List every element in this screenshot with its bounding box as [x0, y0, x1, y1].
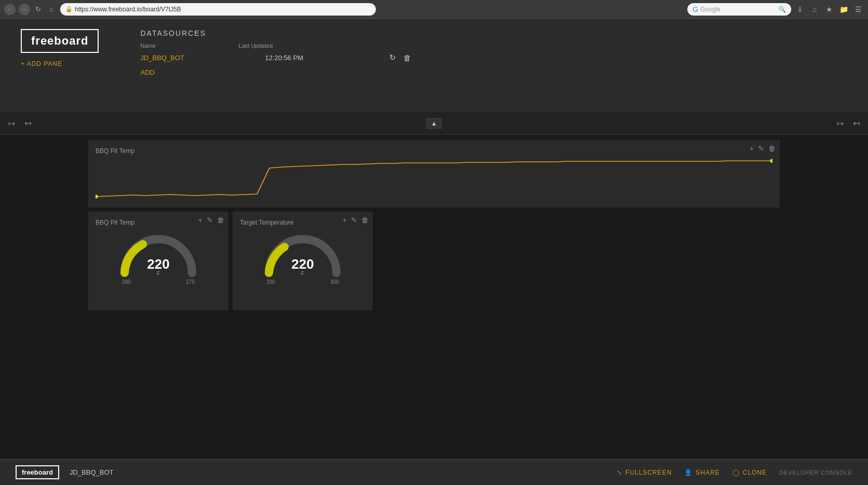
share-icon: 👤	[684, 469, 693, 476]
clone-button[interactable]: ◯ CLONE	[733, 469, 767, 476]
gauge2-svg: 220 F	[261, 231, 344, 278]
chart-widget-actions: + ✎ 🗑	[750, 144, 776, 153]
chart-start-dot	[96, 195, 98, 199]
chart-add-button[interactable]: +	[750, 144, 754, 153]
gauge2-max: 300	[330, 279, 339, 285]
forward-button[interactable]: →	[19, 4, 30, 15]
gauge2-add-button[interactable]: +	[343, 216, 347, 224]
svg-text:F: F	[157, 271, 160, 276]
expand-left-button[interactable]: ↦	[5, 116, 18, 130]
gauge2-container: 220 F 200 300	[240, 231, 365, 285]
datasource-add-button[interactable]: ADD	[140, 68, 847, 76]
toolbar: ↦ ↤ ▲ ↦ ↤	[0, 112, 868, 135]
chart-edit-button[interactable]: ✎	[758, 144, 764, 153]
search-bar[interactable]: G Google 🔍	[687, 3, 791, 16]
home-icon[interactable]: ⌂	[809, 4, 820, 15]
datasources-title: DATASOURCES	[140, 29, 847, 37]
chart-end-dot	[770, 159, 772, 163]
svg-text:220: 220	[147, 256, 169, 272]
gauge1-max: 275	[186, 279, 195, 285]
browser-actions: ⇓ ⌂ ★ 📁 ☰	[794, 4, 864, 15]
svg-text:220: 220	[291, 256, 314, 272]
name-col-header: Name	[140, 43, 155, 49]
fullscreen-label: FULLSCREEN	[626, 469, 672, 476]
expand-left-right-button[interactable]: ↤	[850, 116, 863, 130]
url-bar[interactable]: 🔒 https://www.freeboard.io/board/V7tJ5B	[60, 3, 376, 16]
share-button[interactable]: 👤 SHARE	[684, 469, 720, 476]
clone-icon: ◯	[733, 469, 740, 476]
share-label: SHARE	[696, 469, 720, 476]
datasource-refresh-button[interactable]: ↻	[389, 53, 396, 62]
fullscreen-button[interactable]: ⤡ FULLSCREEN	[617, 469, 672, 476]
expand-right-button[interactable]: ↤	[21, 116, 34, 130]
datasource-row: JD_BBQ_BOT 12:20:56 PM ↻ 🗑	[140, 53, 847, 62]
gauge1-add-button[interactable]: +	[198, 216, 202, 224]
menu-icon[interactable]: ☰	[852, 4, 864, 15]
gauge2-delete-button[interactable]: 🗑	[361, 216, 369, 224]
gauge2-edit-button[interactable]: ✎	[351, 216, 357, 224]
datasource-name[interactable]: JD_BBQ_BOT	[140, 54, 223, 62]
svg-text:F: F	[301, 271, 304, 276]
footer-logo-text: freeboard	[22, 468, 53, 476]
home-button[interactable]: ⌂	[46, 4, 57, 15]
chart-widget-panel: + ✎ 🗑 BBQ Pit Temp	[88, 140, 780, 207]
logo-box: freeboard	[21, 29, 99, 53]
add-pane-button[interactable]: + ADD PANE	[21, 60, 99, 67]
gauge2-scale: 200 300	[266, 279, 339, 285]
gauge1-min: 200	[122, 279, 131, 285]
updated-col-header: Last Updated	[239, 43, 273, 49]
footer-actions: ⤡ FULLSCREEN 👤 SHARE ◯ CLONE DEVELOPER C…	[617, 469, 852, 476]
datasource-actions: ↻ 🗑	[389, 53, 411, 62]
datasources-header: Name Last Updated	[140, 43, 847, 49]
gauge1-scale: 200 275	[122, 279, 195, 285]
chart-area	[96, 158, 772, 204]
briefcase-icon[interactable]: 📁	[838, 4, 849, 15]
chart-widget: BBQ Pit Temp	[88, 140, 780, 207]
star-icon[interactable]: ★	[823, 4, 835, 15]
browser-chrome: ← → ↻ ⌂ 🔒 https://www.freeboard.io/board…	[0, 0, 868, 19]
toolbar-center: ▲	[426, 118, 442, 129]
toolbar-left: ↦ ↤	[5, 116, 34, 130]
dev-console-button[interactable]: DEVELOPER CONSOLE	[779, 469, 852, 476]
gauge2-panel: + ✎ 🗑 Target Temperature 220 F 200 300	[233, 212, 373, 310]
datasource-updated: 12:20:56 PM	[265, 54, 348, 62]
back-button[interactable]: ←	[4, 4, 16, 15]
fullscreen-icon: ⤡	[617, 469, 622, 476]
header-left: freeboard + ADD PANE	[21, 29, 99, 67]
gauge1-svg: 220 F	[117, 231, 200, 278]
collapse-button[interactable]: ▲	[426, 118, 442, 129]
gauge1-delete-button[interactable]: 🗑	[217, 216, 224, 224]
search-placeholder: Google	[700, 6, 721, 13]
footer: freeboard JD_BBQ_BOT ⤡ FULLSCREEN 👤 SHAR…	[0, 459, 868, 485]
gauge1-panel: + ✎ 🗑 BBQ Pit Temp 220 F 200 275	[88, 212, 228, 310]
url-text: https://www.freeboard.io/board/V7tJ5B	[75, 6, 181, 13]
reload-button[interactable]: ↻	[33, 5, 43, 14]
chart-delete-button[interactable]: 🗑	[768, 144, 776, 153]
download-icon[interactable]: ⇓	[794, 4, 806, 15]
chart-title: BBQ Pit Temp	[96, 147, 772, 155]
gauge-row: + ✎ 🗑 BBQ Pit Temp 220 F 200 275	[88, 212, 780, 310]
gauge1-edit-button[interactable]: ✎	[207, 216, 213, 224]
toolbar-right: ↦ ↤	[834, 116, 863, 130]
gauge2-actions: + ✎ 🗑	[343, 216, 369, 224]
gauge2-min: 200	[266, 279, 275, 285]
main-content: + ✎ 🗑 BBQ Pit Temp + ✎	[0, 135, 868, 315]
logo-text: freeboard	[31, 34, 88, 47]
clone-label: CLONE	[743, 469, 767, 476]
gauge1-actions: + ✎ 🗑	[198, 216, 224, 224]
expand-right-left-button[interactable]: ↦	[834, 116, 847, 130]
datasource-delete-button[interactable]: 🗑	[403, 53, 411, 62]
datasources-panel: DATASOURCES Name Last Updated JD_BBQ_BOT…	[140, 29, 847, 76]
footer-logo-box: freeboard	[16, 465, 59, 479]
footer-board-name: JD_BBQ_BOT	[70, 468, 114, 476]
chart-svg	[96, 158, 772, 204]
header: freeboard + ADD PANE DATASOURCES Name La…	[0, 19, 868, 112]
gauge1-container: 220 F 200 275	[96, 231, 221, 285]
footer-left: freeboard JD_BBQ_BOT	[16, 465, 114, 479]
